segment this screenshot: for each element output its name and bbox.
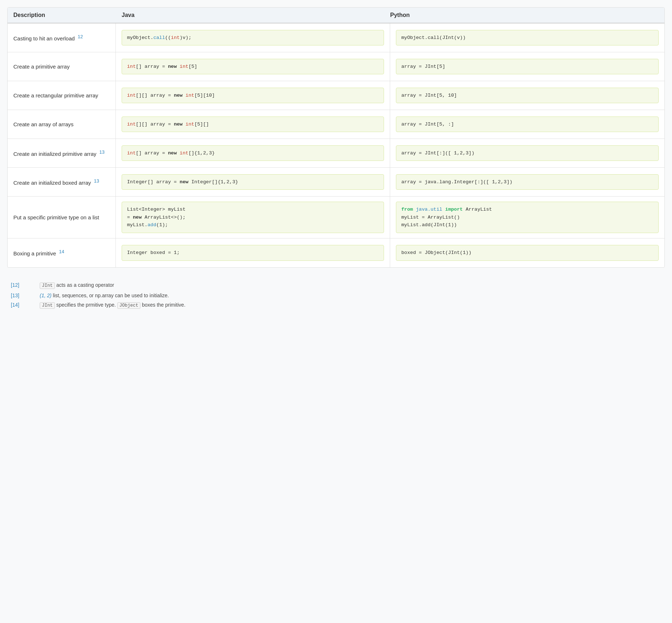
desc-text: Create a rectangular primitive array	[13, 92, 98, 98]
cell-java: int[] array = new int[5]	[116, 52, 390, 81]
python-code: array = JInt[5, :]	[396, 117, 659, 132]
header-description: Description	[13, 12, 122, 18]
table-header: Description Java Python	[8, 8, 664, 23]
cell-java: int[][] array = new int[5][]	[116, 110, 390, 139]
cell-java: Integer[] array = new Integer[]{1,2,3}	[116, 168, 390, 196]
cell-java: int[] array = new int[]{1,2,3}	[116, 139, 390, 167]
footnote-row-13: [13] (1, 2) list, sequences, or np.array…	[11, 293, 665, 298]
footnote-ref: 13	[94, 178, 99, 184]
footnote-ref-14: [14]	[11, 302, 32, 308]
table-row: Create a primitive array int[] array = n…	[8, 52, 664, 81]
footnote-code: JInt	[40, 282, 55, 289]
desc-text: Boxing a primitive 14	[13, 249, 64, 256]
cell-java: Integer boxed = 1;	[116, 238, 390, 267]
cell-description: Create an initialized boxed array 13	[8, 168, 116, 196]
footnote-row-12: [12] JInt acts as a casting operator	[11, 282, 665, 289]
desc-text: Create an initialized boxed array 13	[13, 178, 99, 186]
cell-description: Create an array of arrays	[8, 110, 116, 139]
desc-text: Casting to hit an overload 12	[13, 34, 83, 41]
cell-description: Create a rectangular primitive array	[8, 81, 116, 110]
footnote-code-jobject: JObject	[117, 302, 141, 309]
java-code: int[] array = new int[5]	[122, 59, 384, 75]
desc-text: Put a specific primitive type on a list	[13, 214, 99, 220]
table-row: Create an array of arrays int[][] array …	[8, 110, 664, 139]
table-row: Create an initialized boxed array 13 Int…	[8, 168, 664, 197]
java-code: int[][] array = new int[5][10]	[122, 88, 384, 104]
cell-python: array = JInt[:]([ 1,2,3])	[390, 139, 664, 167]
cell-python: array = JInt[5, :]	[390, 110, 664, 139]
cell-python: array = JInt[5]	[390, 52, 664, 81]
cell-description: Casting to hit an overload 12	[8, 23, 116, 52]
footnote-row-14: [14] JInt specifies the prmitive type. J…	[11, 302, 665, 309]
cell-python: array = JInt[5, 10]	[390, 81, 664, 110]
cell-java: int[][] array = new int[5][10]	[116, 81, 390, 110]
table-row: Create an initialized primitive array 13…	[8, 139, 664, 168]
footnote-italic: (1, 2)	[40, 293, 52, 298]
footnote-ref: 14	[59, 249, 64, 254]
java-code: List<Integer> myList = new ArrayList<>()…	[122, 202, 384, 233]
python-code: array = java.lang.Integer[:]([ 1,2,3])	[396, 174, 659, 190]
table-row: Create a rectangular primitive array int…	[8, 81, 664, 110]
footnote-text-13: (1, 2) list, sequences, or np.array can …	[40, 293, 169, 298]
header-python: Python	[390, 12, 659, 18]
python-code: array = JInt[:]([ 1,2,3])	[396, 145, 659, 161]
python-code: myObject.call(JInt(v))	[396, 30, 659, 46]
footnotes-section: [12] JInt acts as a casting operator [13…	[7, 278, 665, 320]
java-code: Integer[] array = new Integer[]{1,2,3}	[122, 174, 384, 190]
footnote-ref-12: [12]	[11, 282, 32, 288]
python-code: from java.util import ArrayList myList =…	[396, 202, 659, 233]
cell-python: myObject.call(JInt(v))	[390, 23, 664, 52]
footnote-ref: 12	[78, 34, 83, 39]
cell-python: boxed = JObject(JInt(1))	[390, 238, 664, 267]
header-java: Java	[122, 12, 390, 18]
cell-description: Boxing a primitive 14	[8, 238, 116, 267]
java-code: myObject.call((int)v);	[122, 30, 384, 46]
cell-python: from java.util import ArrayList myList =…	[390, 197, 664, 238]
cell-java: List<Integer> myList = new ArrayList<>()…	[116, 197, 390, 238]
cell-java: myObject.call((int)v);	[116, 23, 390, 52]
table-row: Casting to hit an overload 12 myObject.c…	[8, 23, 664, 52]
java-code: int[] array = new int[]{1,2,3}	[122, 145, 384, 161]
python-code: array = JInt[5, 10]	[396, 88, 659, 104]
desc-text: Create an initialized primitive array 13	[13, 149, 105, 157]
main-table: Description Java Python Casting to hit a…	[7, 7, 665, 268]
desc-text: Create an array of arrays	[13, 121, 74, 127]
table-row: Boxing a primitive 14 Integer boxed = 1;…	[8, 238, 664, 267]
footnote-ref: 13	[99, 149, 104, 155]
desc-text: Create a primitive array	[13, 63, 70, 70]
footnote-text-14: JInt specifies the prmitive type. JObjec…	[40, 302, 186, 309]
cell-description: Create a primitive array	[8, 52, 116, 81]
python-code: array = JInt[5]	[396, 59, 659, 75]
table-row: Put a specific primitive type on a list …	[8, 197, 664, 238]
footnote-code-jint: JInt	[40, 302, 55, 309]
java-code: Integer boxed = 1;	[122, 245, 384, 261]
footnote-text-12: JInt acts as a casting operator	[40, 282, 114, 289]
java-code: int[][] array = new int[5][]	[122, 117, 384, 132]
footnote-ref-13: [13]	[11, 293, 32, 298]
cell-python: array = java.lang.Integer[:]([ 1,2,3])	[390, 168, 664, 196]
cell-description: Create an initialized primitive array 13	[8, 139, 116, 167]
python-code: boxed = JObject(JInt(1))	[396, 245, 659, 261]
cell-description: Put a specific primitive type on a list	[8, 197, 116, 238]
